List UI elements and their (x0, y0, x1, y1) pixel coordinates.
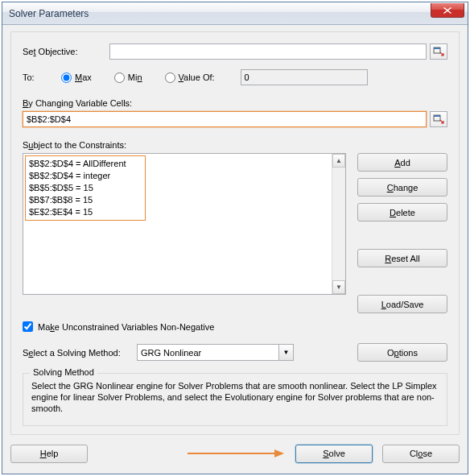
reset-all-button[interactable]: Reset All (357, 249, 447, 267)
to-row: To: Max Min Value Of: (23, 69, 447, 85)
valueof-input[interactable] (241, 69, 368, 85)
changing-cells-input[interactable] (23, 111, 427, 127)
close-icon (443, 7, 451, 14)
scroll-down-icon[interactable]: ▼ (332, 280, 345, 294)
constraint-item[interactable]: $B$7:$B$8 = 15 (29, 194, 142, 206)
constraint-buttons: Add Change Delete Reset All Load/Save (357, 153, 447, 313)
solve-button[interactable]: Solve (295, 445, 373, 463)
method-selected: GRG Nonlinear (141, 348, 201, 358)
add-button[interactable]: Add (357, 153, 447, 172)
objective-label: Set Objective: (23, 47, 109, 56)
objective-range-button[interactable] (430, 43, 447, 60)
constraints-area: $B$2:$D$4 = AllDifferent $B$2:$D$4 = int… (23, 153, 447, 313)
nonneg-row: Make Unconstrained Variables Non-Negativ… (23, 321, 447, 332)
change-button[interactable]: Change (357, 178, 447, 197)
nonneg-label: Make Unconstrained Variables Non-Negativ… (38, 322, 214, 332)
objective-input[interactable] (109, 43, 427, 60)
changing-range-button[interactable] (430, 111, 447, 127)
nonneg-checkbox[interactable] (23, 321, 33, 332)
radio-max-input[interactable] (61, 72, 72, 83)
solving-method-box: Solving Method Select the GRG Nonlinear … (23, 373, 447, 426)
scrollbar[interactable]: ▲ ▼ (332, 154, 345, 294)
radio-min-input[interactable] (114, 72, 125, 83)
range-select-icon (433, 47, 444, 56)
radio-min[interactable]: Min (114, 72, 142, 83)
constraint-item[interactable]: $B$5:$D$5 = 15 (29, 182, 142, 194)
dialog-content: Set Objective: To: Max (2, 25, 468, 474)
radio-valueof[interactable]: Value Of: (165, 72, 215, 83)
constraints-items-highlight: $B$2:$D$4 = AllDifferent $B$2:$D$4 = int… (25, 155, 146, 221)
method-dropdown[interactable]: GRG Nonlinear ▼ (137, 344, 294, 361)
dialog-footer: Help Solve Close (10, 441, 460, 466)
range-select-icon (433, 114, 444, 124)
constraints-label: Subject to the Constraints: (23, 140, 447, 150)
titlebar: Solver Parameters (2, 2, 468, 25)
constraint-item[interactable]: $B$2:$D$4 = AllDifferent (29, 158, 142, 170)
chevron-down-icon[interactable]: ▼ (278, 345, 293, 360)
solving-method-text: Select the GRG Nonlinear engine for Solv… (31, 380, 439, 414)
changing-label: By Changing Variable Cells: (23, 98, 447, 108)
constraint-item[interactable]: $E$2:$E$4 = 15 (29, 206, 142, 218)
close-window-button[interactable] (431, 3, 464, 18)
solver-dialog: Solver Parameters Set Objective: (2, 2, 468, 474)
main-panel: Set Objective: To: Max (10, 31, 460, 435)
load-save-button[interactable]: Load/Save (357, 295, 447, 313)
radio-max[interactable]: Max (61, 72, 92, 83)
close-button[interactable]: Close (382, 445, 460, 463)
changing-row (23, 111, 447, 127)
to-radio-group: Max Min Value Of: (61, 72, 215, 83)
solving-method-legend: Solving Method (30, 367, 97, 377)
svg-rect-3 (434, 115, 440, 117)
objective-row: Set Objective: (23, 43, 447, 60)
constraint-item[interactable]: $B$2:$D$4 = integer (29, 170, 142, 182)
method-label: Select a Solving Method: (23, 348, 127, 358)
radio-valueof-input[interactable] (165, 72, 175, 83)
scroll-up-icon[interactable]: ▲ (332, 154, 345, 168)
window-title: Solver Parameters (9, 8, 89, 19)
help-button[interactable]: Help (10, 445, 88, 463)
delete-button[interactable]: Delete (357, 203, 447, 221)
constraints-listbox[interactable]: $B$2:$D$4 = AllDifferent $B$2:$D$4 = int… (23, 153, 346, 295)
to-label: To: (23, 72, 61, 82)
svg-rect-1 (434, 48, 440, 49)
options-button[interactable]: Options (357, 343, 447, 362)
method-row: Select a Solving Method: GRG Nonlinear ▼… (23, 343, 447, 362)
